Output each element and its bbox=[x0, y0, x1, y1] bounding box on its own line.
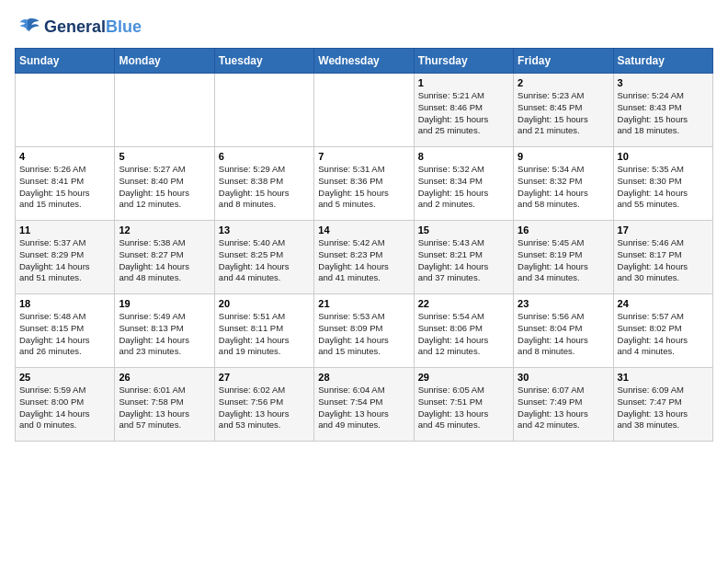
day-info: Sunrise: 5:38 AM Sunset: 8:27 PM Dayligh… bbox=[119, 237, 210, 284]
weekday-header-row: SundayMondayTuesdayWednesdayThursdayFrid… bbox=[16, 49, 713, 74]
logo-icon bbox=[15, 15, 40, 40]
day-info: Sunrise: 5:53 AM Sunset: 8:09 PM Dayligh… bbox=[318, 311, 409, 358]
calendar-week-4: 18Sunrise: 5:48 AM Sunset: 8:15 PM Dayli… bbox=[16, 294, 713, 368]
weekday-header-monday: Monday bbox=[115, 49, 214, 74]
day-info: Sunrise: 5:35 AM Sunset: 8:30 PM Dayligh… bbox=[618, 164, 709, 211]
calendar-cell bbox=[16, 74, 115, 147]
day-number: 15 bbox=[418, 224, 509, 236]
weekday-header-tuesday: Tuesday bbox=[214, 49, 313, 74]
day-number: 31 bbox=[618, 372, 709, 383]
calendar-cell bbox=[115, 74, 214, 147]
day-number: 9 bbox=[518, 151, 609, 162]
day-info: Sunrise: 5:43 AM Sunset: 8:21 PM Dayligh… bbox=[418, 237, 509, 284]
day-info: Sunrise: 5:26 AM Sunset: 8:41 PM Dayligh… bbox=[19, 164, 110, 211]
day-number: 18 bbox=[19, 298, 110, 309]
calendar-week-5: 25Sunrise: 5:59 AM Sunset: 8:00 PM Dayli… bbox=[16, 368, 713, 442]
day-number: 16 bbox=[518, 224, 609, 236]
calendar-cell: 15Sunrise: 5:43 AM Sunset: 8:21 PM Dayli… bbox=[414, 221, 513, 294]
day-info: Sunrise: 6:02 AM Sunset: 7:56 PM Dayligh… bbox=[219, 385, 310, 431]
calendar-cell: 4Sunrise: 5:26 AM Sunset: 8:41 PM Daylig… bbox=[16, 147, 115, 221]
day-info: Sunrise: 5:21 AM Sunset: 8:46 PM Dayligh… bbox=[418, 90, 509, 137]
calendar-cell: 19Sunrise: 5:49 AM Sunset: 8:13 PM Dayli… bbox=[115, 294, 214, 368]
day-number: 27 bbox=[219, 372, 310, 383]
day-info: Sunrise: 5:51 AM Sunset: 8:11 PM Dayligh… bbox=[219, 311, 310, 358]
day-info: Sunrise: 6:05 AM Sunset: 7:51 PM Dayligh… bbox=[418, 385, 509, 431]
day-number: 29 bbox=[418, 372, 509, 383]
day-number: 30 bbox=[518, 372, 609, 383]
day-number: 12 bbox=[119, 224, 210, 236]
day-info: Sunrise: 5:24 AM Sunset: 8:43 PM Dayligh… bbox=[618, 90, 709, 137]
calendar-cell: 10Sunrise: 5:35 AM Sunset: 8:30 PM Dayli… bbox=[613, 147, 712, 221]
day-info: Sunrise: 5:34 AM Sunset: 8:32 PM Dayligh… bbox=[518, 164, 609, 211]
day-info: Sunrise: 6:04 AM Sunset: 7:54 PM Dayligh… bbox=[318, 385, 409, 431]
day-info: Sunrise: 5:48 AM Sunset: 8:15 PM Dayligh… bbox=[19, 311, 110, 358]
calendar-cell: 30Sunrise: 6:07 AM Sunset: 7:49 PM Dayli… bbox=[514, 368, 613, 442]
calendar-cell: 24Sunrise: 5:57 AM Sunset: 8:02 PM Dayli… bbox=[613, 294, 712, 368]
day-number: 2 bbox=[518, 77, 609, 88]
calendar-cell: 5Sunrise: 5:27 AM Sunset: 8:40 PM Daylig… bbox=[115, 147, 214, 221]
day-number: 23 bbox=[518, 298, 609, 309]
weekday-header-saturday: Saturday bbox=[613, 49, 712, 74]
day-info: Sunrise: 5:23 AM Sunset: 8:45 PM Dayligh… bbox=[518, 90, 609, 137]
calendar-cell: 9Sunrise: 5:34 AM Sunset: 8:32 PM Daylig… bbox=[514, 147, 613, 221]
day-info: Sunrise: 5:32 AM Sunset: 8:34 PM Dayligh… bbox=[418, 164, 509, 211]
calendar-week-2: 4Sunrise: 5:26 AM Sunset: 8:41 PM Daylig… bbox=[16, 147, 713, 221]
day-info: Sunrise: 5:45 AM Sunset: 8:19 PM Dayligh… bbox=[518, 237, 609, 284]
calendar-cell: 26Sunrise: 6:01 AM Sunset: 7:58 PM Dayli… bbox=[115, 368, 214, 442]
calendar-cell: 3Sunrise: 5:24 AM Sunset: 8:43 PM Daylig… bbox=[613, 74, 712, 147]
calendar-cell: 8Sunrise: 5:32 AM Sunset: 8:34 PM Daylig… bbox=[414, 147, 513, 221]
day-number: 10 bbox=[618, 151, 709, 162]
day-number: 7 bbox=[318, 151, 409, 162]
day-info: Sunrise: 5:56 AM Sunset: 8:04 PM Dayligh… bbox=[518, 311, 609, 358]
calendar-cell: 2Sunrise: 5:23 AM Sunset: 8:45 PM Daylig… bbox=[514, 74, 613, 147]
calendar-cell: 20Sunrise: 5:51 AM Sunset: 8:11 PM Dayli… bbox=[214, 294, 313, 368]
calendar-cell: 21Sunrise: 5:53 AM Sunset: 8:09 PM Dayli… bbox=[314, 294, 414, 368]
weekday-header-sunday: Sunday bbox=[16, 49, 115, 74]
page-header: GeneralBlue bbox=[15, 15, 713, 40]
calendar-cell bbox=[214, 74, 313, 147]
calendar-cell: 13Sunrise: 5:40 AM Sunset: 8:25 PM Dayli… bbox=[214, 221, 313, 294]
calendar-cell: 11Sunrise: 5:37 AM Sunset: 8:29 PM Dayli… bbox=[16, 221, 115, 294]
calendar-cell: 25Sunrise: 5:59 AM Sunset: 8:00 PM Dayli… bbox=[16, 368, 115, 442]
calendar-week-3: 11Sunrise: 5:37 AM Sunset: 8:29 PM Dayli… bbox=[16, 221, 713, 294]
day-number: 5 bbox=[119, 151, 210, 162]
calendar-cell: 18Sunrise: 5:48 AM Sunset: 8:15 PM Dayli… bbox=[16, 294, 115, 368]
day-info: Sunrise: 6:01 AM Sunset: 7:58 PM Dayligh… bbox=[119, 385, 210, 431]
day-number: 24 bbox=[618, 298, 709, 309]
calendar-cell: 23Sunrise: 5:56 AM Sunset: 8:04 PM Dayli… bbox=[514, 294, 613, 368]
calendar-cell: 28Sunrise: 6:04 AM Sunset: 7:54 PM Dayli… bbox=[314, 368, 414, 442]
day-number: 4 bbox=[19, 151, 110, 162]
calendar-table: SundayMondayTuesdayWednesdayThursdayFrid… bbox=[15, 48, 713, 442]
day-info: Sunrise: 5:37 AM Sunset: 8:29 PM Dayligh… bbox=[19, 237, 110, 284]
calendar-cell: 29Sunrise: 6:05 AM Sunset: 7:51 PM Dayli… bbox=[414, 368, 513, 442]
day-number: 19 bbox=[119, 298, 210, 309]
calendar-cell: 22Sunrise: 5:54 AM Sunset: 8:06 PM Dayli… bbox=[414, 294, 513, 368]
day-number: 26 bbox=[119, 372, 210, 383]
day-number: 22 bbox=[418, 298, 509, 309]
day-info: Sunrise: 6:07 AM Sunset: 7:49 PM Dayligh… bbox=[518, 385, 609, 431]
logo: GeneralBlue bbox=[15, 15, 142, 40]
calendar-cell: 16Sunrise: 5:45 AM Sunset: 8:19 PM Dayli… bbox=[514, 221, 613, 294]
day-info: Sunrise: 5:57 AM Sunset: 8:02 PM Dayligh… bbox=[618, 311, 709, 358]
calendar-week-1: 1Sunrise: 5:21 AM Sunset: 8:46 PM Daylig… bbox=[16, 74, 713, 147]
day-number: 14 bbox=[318, 224, 409, 236]
day-info: Sunrise: 5:29 AM Sunset: 8:38 PM Dayligh… bbox=[219, 164, 310, 211]
day-number: 1 bbox=[418, 77, 509, 88]
day-number: 21 bbox=[318, 298, 409, 309]
weekday-header-friday: Friday bbox=[514, 49, 613, 74]
day-number: 3 bbox=[618, 77, 709, 88]
day-number: 8 bbox=[418, 151, 509, 162]
day-info: Sunrise: 5:59 AM Sunset: 8:00 PM Dayligh… bbox=[19, 385, 110, 431]
day-info: Sunrise: 5:31 AM Sunset: 8:36 PM Dayligh… bbox=[318, 164, 409, 211]
logo-text: GeneralBlue bbox=[44, 18, 142, 37]
day-number: 17 bbox=[618, 224, 709, 236]
day-number: 20 bbox=[219, 298, 310, 309]
calendar-cell bbox=[314, 74, 414, 147]
day-number: 25 bbox=[19, 372, 110, 383]
day-info: Sunrise: 5:54 AM Sunset: 8:06 PM Dayligh… bbox=[418, 311, 509, 358]
day-info: Sunrise: 5:42 AM Sunset: 8:23 PM Dayligh… bbox=[318, 237, 409, 284]
day-number: 13 bbox=[219, 224, 310, 236]
calendar-cell: 27Sunrise: 6:02 AM Sunset: 7:56 PM Dayli… bbox=[214, 368, 313, 442]
day-number: 11 bbox=[19, 224, 110, 236]
calendar-cell: 6Sunrise: 5:29 AM Sunset: 8:38 PM Daylig… bbox=[214, 147, 313, 221]
